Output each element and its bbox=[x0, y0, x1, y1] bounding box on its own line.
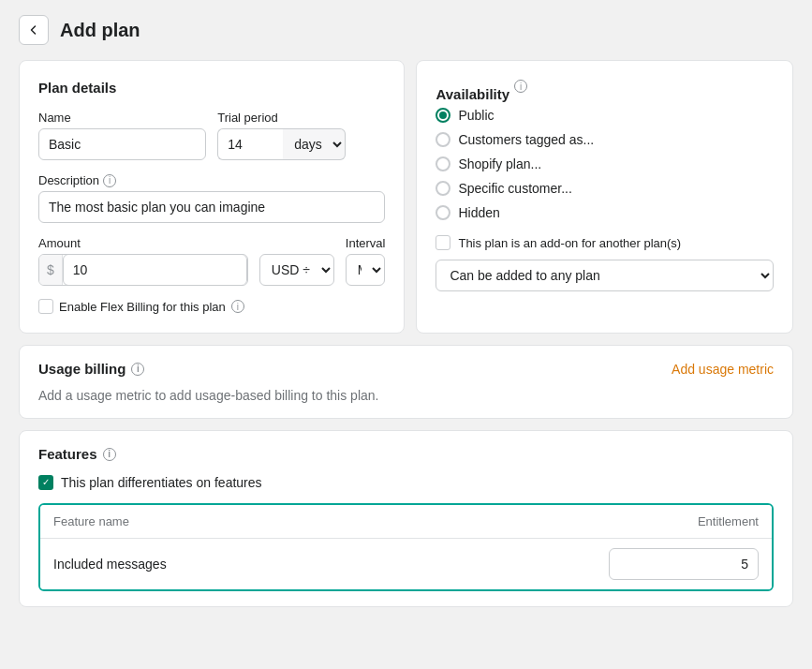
addon-checkbox-label: This plan is an add-on for another plan(… bbox=[458, 236, 681, 250]
usage-billing-title-row: Usage billing i bbox=[38, 361, 144, 377]
flex-billing-info-icon: i bbox=[231, 300, 244, 313]
usage-billing-info-icon: i bbox=[131, 363, 144, 376]
page-title: Add plan bbox=[60, 20, 140, 41]
description-label: Description bbox=[38, 173, 99, 187]
radio-customers-tagged[interactable]: Customers tagged as... bbox=[436, 132, 774, 147]
name-input[interactable] bbox=[38, 128, 206, 160]
differentiates-label: This plan differentiates on features bbox=[61, 475, 262, 490]
features-card: Features i ✓ This plan differentiates on… bbox=[19, 430, 793, 607]
amount-group: Amount $ bbox=[38, 236, 248, 286]
trial-period-group: Trial period days bbox=[217, 111, 385, 160]
plan-details-title: Plan details bbox=[38, 80, 385, 96]
addon-checkbox-row: This plan is an add-on for another plan(… bbox=[436, 235, 774, 250]
trial-period-unit-select[interactable]: days bbox=[283, 128, 346, 160]
page-header: Add plan bbox=[0, 0, 812, 60]
feature-table: Feature name Entitlement Included messag… bbox=[38, 503, 774, 591]
features-header: Features i bbox=[38, 446, 774, 462]
radio-hidden-label: Hidden bbox=[458, 205, 499, 220]
interval-label: Interval bbox=[346, 236, 386, 250]
feature-name-column-header: Feature name bbox=[53, 514, 129, 528]
radio-public-circle bbox=[436, 108, 450, 123]
trial-period-input[interactable] bbox=[217, 128, 283, 160]
flex-billing-row: Enable Flex Billing for this plan i bbox=[38, 299, 385, 314]
name-label: Name bbox=[38, 111, 206, 125]
description-info-icon: i bbox=[103, 174, 116, 187]
usage-billing-header: Usage billing i Add usage metric bbox=[38, 361, 774, 377]
radio-shopify-circle bbox=[436, 156, 450, 171]
radio-hidden[interactable]: Hidden bbox=[436, 205, 774, 220]
radio-hidden-circle bbox=[436, 205, 450, 220]
availability-info-icon: i bbox=[514, 80, 527, 93]
name-trial-row: Name Trial period days bbox=[38, 111, 385, 160]
amount-prefix: $ bbox=[39, 255, 63, 285]
amount-row: Amount $ cur USD ÷ Interval Monthly bbox=[38, 236, 385, 286]
usage-billing-card: Usage billing i Add usage metric Add a u… bbox=[19, 345, 793, 419]
flex-billing-checkbox[interactable] bbox=[38, 299, 53, 314]
feature-table-header: Feature name Entitlement bbox=[40, 505, 772, 539]
back-button[interactable] bbox=[19, 15, 49, 45]
availability-radio-group: Public Customers tagged as... Shopify pl… bbox=[436, 108, 774, 220]
addon-plan-select[interactable]: Can be added to any plan Specific plan..… bbox=[436, 260, 774, 291]
currency-select[interactable]: USD ÷ bbox=[259, 254, 334, 286]
differentiates-row: ✓ This plan differentiates on features bbox=[38, 475, 774, 490]
radio-shopify-label: Shopify plan... bbox=[458, 156, 541, 171]
name-group: Name bbox=[38, 111, 206, 160]
availability-title: Availability bbox=[436, 86, 509, 102]
amount-label: Amount bbox=[38, 236, 248, 250]
radio-customers-circle bbox=[436, 132, 450, 147]
trial-period-row: days bbox=[217, 128, 385, 160]
radio-customers-label: Customers tagged as... bbox=[458, 132, 594, 147]
addon-checkbox[interactable] bbox=[436, 235, 450, 250]
currency-group: cur USD ÷ bbox=[259, 236, 334, 286]
amount-input-wrapper: $ bbox=[38, 254, 248, 286]
interval-select[interactable]: Monthly Annual Every 2 years Every 3 yea… bbox=[346, 254, 386, 286]
plan-details-card: Plan details Name Trial period days bbox=[19, 60, 405, 334]
description-input[interactable] bbox=[38, 191, 385, 223]
availability-card: Availability i Public Customers tagged a… bbox=[416, 60, 793, 334]
checkmark-icon: ✓ bbox=[42, 478, 50, 487]
entitlement-input[interactable] bbox=[609, 548, 759, 580]
entitlement-column-header: Entitlement bbox=[698, 514, 759, 528]
usage-billing-description: Add a usage metric to add usage-based bi… bbox=[38, 388, 774, 403]
main-content: Plan details Name Trial period days bbox=[0, 60, 812, 626]
top-row: Plan details Name Trial period days bbox=[19, 60, 793, 334]
description-group: Description i bbox=[38, 173, 385, 223]
features-title: Features bbox=[38, 446, 97, 462]
table-row: Included messages bbox=[40, 539, 772, 589]
interval-group: Interval Monthly Annual Every 2 years Ev… bbox=[346, 236, 386, 286]
availability-header: Availability i bbox=[436, 80, 774, 108]
trial-period-label: Trial period bbox=[217, 111, 385, 125]
flex-billing-label: Enable Flex Billing for this plan bbox=[59, 300, 226, 314]
feature-name-cell: Included messages bbox=[53, 557, 609, 572]
usage-billing-title: Usage billing bbox=[38, 361, 125, 377]
radio-specific-label: Specific customer... bbox=[458, 181, 571, 196]
radio-public-dot bbox=[439, 112, 447, 119]
amount-input[interactable] bbox=[63, 254, 247, 286]
radio-specific-circle bbox=[436, 181, 450, 196]
differentiates-checkbox[interactable]: ✓ bbox=[38, 475, 53, 490]
features-info-icon: i bbox=[103, 448, 116, 461]
add-usage-metric-link[interactable]: Add usage metric bbox=[672, 362, 774, 377]
radio-specific-customer[interactable]: Specific customer... bbox=[436, 181, 774, 196]
radio-public[interactable]: Public bbox=[436, 108, 774, 123]
description-label-row: Description i bbox=[38, 173, 385, 187]
radio-public-label: Public bbox=[458, 108, 494, 123]
radio-shopify-plan[interactable]: Shopify plan... bbox=[436, 156, 774, 171]
